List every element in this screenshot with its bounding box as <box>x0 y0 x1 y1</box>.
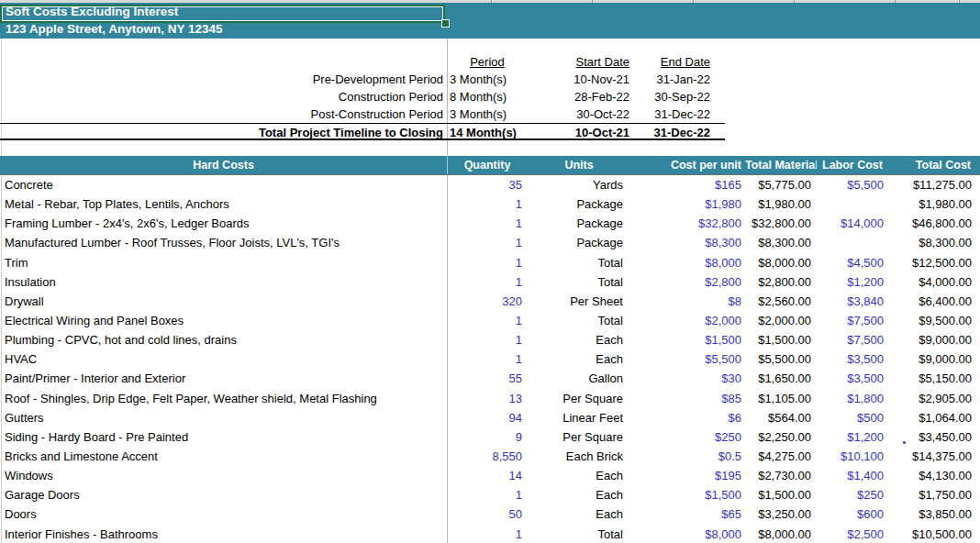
cell-cost-per-unit[interactable]: $1,500 <box>630 330 745 349</box>
cell-name[interactable]: Drywall <box>0 292 447 311</box>
cell-labor-cost[interactable]: $3,500 <box>817 349 888 369</box>
cell-quantity[interactable]: 8,550 <box>447 447 528 466</box>
cell-name[interactable]: Metal - Rebar, Top Plates, Lentils, Anch… <box>0 194 447 214</box>
cell-labor-cost[interactable]: $1,200 <box>817 272 888 292</box>
cell-name[interactable]: Gutters <box>0 408 447 427</box>
cell-name[interactable]: Concrete <box>0 175 447 194</box>
cell-cost-per-unit[interactable]: $0.5 <box>630 447 745 466</box>
cell-cost-per-unit[interactable]: $6 <box>630 408 745 427</box>
sheet-title-cell[interactable]: Soft Costs Excluding Interest <box>6 3 178 20</box>
cell-cost-per-unit[interactable]: $8,000 <box>630 525 745 543</box>
timeline-cell-start[interactable]: 10-Nov-21 <box>528 71 633 88</box>
labor-cost-header[interactable]: Labor Cost <box>817 156 888 174</box>
cell-labor-cost[interactable]: $1,400 <box>817 466 888 485</box>
cell-name[interactable]: Electrical Wiring and Panel Boxes <box>0 311 447 330</box>
cell-units[interactable]: Linear Feet <box>528 408 630 427</box>
cell-units[interactable]: Each <box>528 504 630 524</box>
cell-total-material[interactable]: $8,000.00 <box>745 525 817 543</box>
cell-quantity[interactable]: 13 <box>447 389 528 408</box>
cell-total-material[interactable]: $1,980.00 <box>745 194 817 214</box>
address-cell[interactable]: 123 Apple Street, Anytown, NY 12345 <box>6 20 223 38</box>
cell-quantity[interactable]: 1 <box>447 525 528 543</box>
cell-name[interactable]: Interior Finishes - Bathrooms <box>0 525 447 543</box>
cell-quantity[interactable]: 1 <box>447 214 528 233</box>
cell-total-material[interactable]: $5,775.00 <box>745 175 817 194</box>
cell-labor-cost[interactable]: $2,500 <box>817 525 888 543</box>
cell-total-cost[interactable]: $2,905.00 <box>888 389 980 408</box>
cell-units[interactable]: Total <box>528 311 630 330</box>
cell-cost-per-unit[interactable]: $8,000 <box>630 253 745 272</box>
cost-per-unit-header[interactable]: Cost per unit <box>630 156 745 174</box>
cell-total-material[interactable]: $32,800.00 <box>745 214 817 233</box>
cell-total-material[interactable]: $1,650.00 <box>745 369 817 388</box>
cell-quantity[interactable]: 1 <box>447 311 528 330</box>
cell-total-material[interactable]: $2,000.00 <box>745 311 817 330</box>
cell-cost-per-unit[interactable]: $250 <box>630 427 745 447</box>
cell-total-material[interactable]: $2,800.00 <box>745 272 817 292</box>
cell-labor-cost[interactable]: $1,800 <box>817 389 888 408</box>
cell-labor-cost[interactable]: $500 <box>817 408 888 427</box>
cell-total-cost[interactable]: $3,850.00 <box>888 504 980 524</box>
cell-total-cost[interactable]: $9,000.00 <box>888 330 980 349</box>
timeline-total-start[interactable]: 10-Oct-21 <box>528 124 633 139</box>
timeline-cell-end[interactable]: 30-Sep-22 <box>633 88 725 105</box>
cell-quantity[interactable]: 1 <box>447 272 528 292</box>
timeline-cell-label[interactable]: Post-Construction Period <box>0 105 447 123</box>
cell-labor-cost[interactable]: $7,500 <box>817 311 888 330</box>
start-date-header[interactable]: Start Date <box>528 53 633 71</box>
cell-labor-cost[interactable]: $3,500 <box>817 369 888 388</box>
cell-total-material[interactable]: $4,275.00 <box>745 447 817 466</box>
cell-name[interactable]: Insulation <box>0 272 447 292</box>
cell-labor-cost[interactable] <box>817 233 888 252</box>
total-material-header[interactable]: Total Material <box>745 156 817 174</box>
cell-total-cost[interactable]: $46,800.00 <box>888 214 980 233</box>
cell-units[interactable]: Package <box>528 233 630 252</box>
cell-quantity[interactable]: 1 <box>447 253 528 272</box>
cell-units[interactable]: Each <box>528 330 630 349</box>
total-cost-header[interactable]: Total Cost <box>888 156 980 174</box>
cell-total-material[interactable]: $5,500.00 <box>745 349 817 369</box>
units-header[interactable]: Units <box>528 156 630 174</box>
timeline-total-label[interactable]: Total Project Timeline to Closing <box>0 124 447 139</box>
end-date-header[interactable]: End Date <box>633 53 725 71</box>
cell-name[interactable]: HVAC <box>0 349 447 369</box>
cell-labor-cost[interactable]: $250 <box>817 485 888 504</box>
cell-name[interactable]: Siding - Hardy Board - Pre Painted <box>0 427 447 447</box>
cell-quantity[interactable]: 55 <box>447 369 528 388</box>
timeline-cell-period[interactable]: 3 Month(s) <box>447 71 528 88</box>
timeline-cell-label[interactable]: Pre-Development Period <box>0 71 447 88</box>
cell-cost-per-unit[interactable]: $165 <box>630 175 745 194</box>
cell-name[interactable]: Garage Doors <box>0 485 447 504</box>
cell-total-cost[interactable]: $12,500.00 <box>888 253 980 272</box>
timeline-cell-period[interactable]: 8 Month(s) <box>447 88 528 105</box>
cell-total-material[interactable]: $564.00 <box>745 408 817 427</box>
cell-units[interactable]: Each <box>528 466 630 485</box>
cell-name[interactable]: Windows <box>0 466 447 485</box>
cell-total-cost[interactable]: $1,750.00 <box>888 485 980 504</box>
cell-quantity[interactable]: 1 <box>447 330 528 349</box>
cell-labor-cost[interactable]: $10,100 <box>817 447 888 466</box>
cell-total-cost[interactable]: $8,300.00 <box>888 233 980 252</box>
cell-units[interactable]: Per Square <box>528 389 630 408</box>
cell-quantity[interactable]: 94 <box>447 408 528 427</box>
cell-cost-per-unit[interactable]: $32,800 <box>630 214 745 233</box>
cell-quantity[interactable]: 35 <box>447 175 528 194</box>
cell-total-cost[interactable]: $1,064.00 <box>888 408 980 427</box>
cell-total-cost[interactable]: $14,375.00 <box>888 447 980 466</box>
cell-labor-cost[interactable]: $3,840 <box>817 292 888 311</box>
timeline-total-end[interactable]: 31-Dec-22 <box>633 124 725 139</box>
period-header[interactable]: Period <box>447 53 528 71</box>
timeline-cell-start[interactable]: 30-Oct-22 <box>528 105 633 123</box>
cell-total-cost[interactable]: $9,500.00 <box>888 311 980 330</box>
cell-units[interactable]: Each Brick <box>528 447 630 466</box>
selection-fill-handle[interactable] <box>441 19 450 28</box>
timeline-cell-start[interactable]: 28-Feb-22 <box>528 88 633 105</box>
cell-total-material[interactable]: $8,300.00 <box>745 233 817 252</box>
cell-quantity[interactable]: 1 <box>447 485 528 504</box>
cell-total-material[interactable]: $2,730.00 <box>745 466 817 485</box>
cell-quantity[interactable]: 9 <box>447 427 528 447</box>
cell-units[interactable]: Each <box>528 349 630 369</box>
cell-total-material[interactable]: $1,500.00 <box>745 330 817 349</box>
cell-labor-cost[interactable]: $600 <box>817 504 888 524</box>
cell-units[interactable]: Total <box>528 253 630 272</box>
